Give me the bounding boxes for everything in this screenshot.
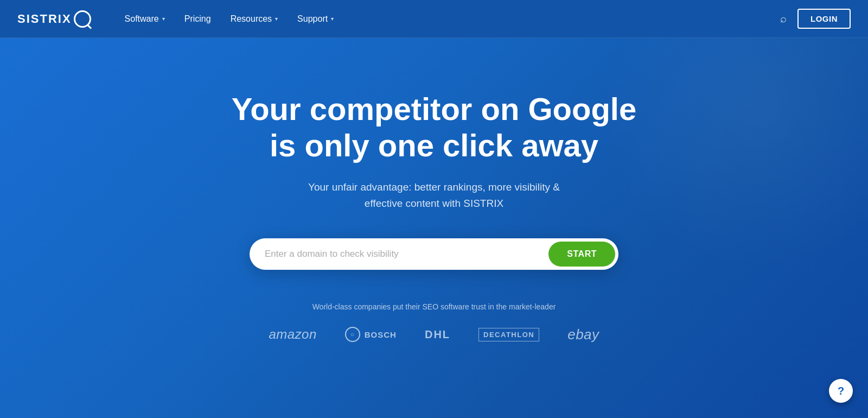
nav-pricing-label: Pricing	[184, 14, 211, 24]
login-button[interactable]: LOGIN	[797, 9, 851, 29]
hero-section: Your competitor on Google is only one cl…	[0, 0, 868, 418]
trust-logos: amazon ○ BOSCH DHL DECATHLON ebay	[269, 326, 599, 343]
nav-item-software[interactable]: Software ▾	[117, 10, 173, 28]
site-logo[interactable]: SISTRIX	[17, 10, 91, 28]
nav-items: Software ▾ Pricing Resources ▾ Support ▾	[117, 10, 780, 28]
nav-resources-label: Resources	[231, 14, 272, 24]
logo-text: SISTRIX	[17, 12, 72, 26]
logo-search-icon	[74, 10, 91, 28]
nav-right: ⌕ LOGIN	[780, 9, 851, 29]
logo-bosch: ○ BOSCH	[345, 327, 397, 342]
help-button[interactable]: ?	[829, 379, 853, 403]
navigation: SISTRIX Software ▾ Pricing Resources ▾ S…	[0, 0, 868, 38]
hero-title: Your competitor on Google is only one cl…	[232, 91, 636, 163]
nav-support-label: Support	[297, 14, 328, 24]
nav-software-label: Software	[125, 14, 159, 24]
nav-software-chevron: ▾	[162, 16, 165, 22]
bosch-circle-icon: ○	[345, 327, 360, 342]
domain-search-input[interactable]	[265, 249, 548, 259]
nav-support-chevron: ▾	[331, 16, 334, 22]
nav-item-pricing[interactable]: Pricing	[177, 10, 219, 28]
start-button[interactable]: START	[548, 242, 615, 267]
logo-amazon: amazon	[269, 327, 316, 342]
trust-text: World-class companies put their SEO soft…	[312, 302, 556, 311]
logo-ebay: ebay	[567, 326, 599, 343]
search-bar: START	[250, 238, 618, 270]
nav-item-support[interactable]: Support ▾	[290, 10, 341, 28]
logo-dhl: DHL	[425, 328, 450, 341]
hero-title-line2: is only one click away	[270, 128, 598, 163]
search-icon[interactable]: ⌕	[780, 12, 787, 25]
hero-subtitle: Your unfair advantage: better rankings, …	[293, 179, 575, 212]
nav-item-resources[interactable]: Resources ▾	[223, 10, 285, 28]
nav-resources-chevron: ▾	[275, 16, 278, 22]
hero-title-line1: Your competitor on Google	[232, 91, 636, 126]
logo-decathlon: DECATHLON	[478, 328, 539, 341]
